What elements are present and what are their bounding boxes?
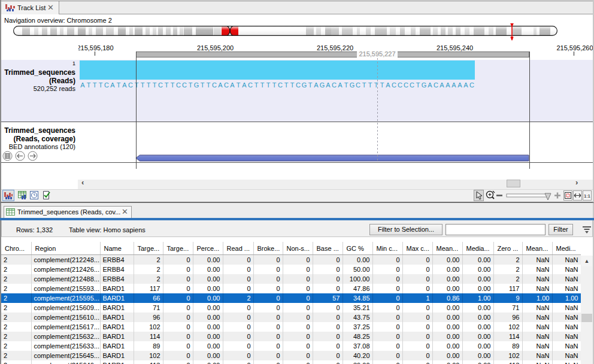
svg-text:1:1: 1:1 xyxy=(584,193,591,199)
